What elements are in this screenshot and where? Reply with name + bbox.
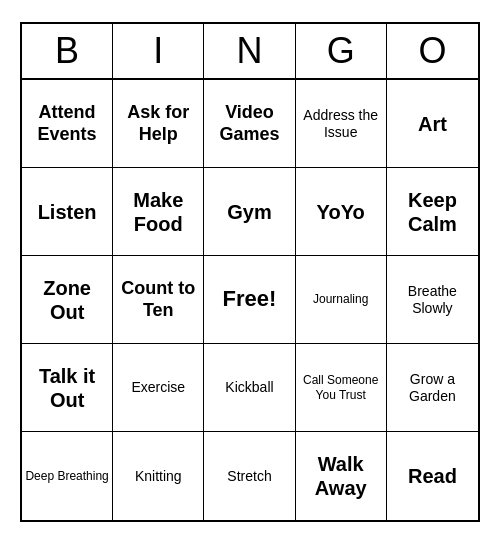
bingo-cell-2: Video Games [204,80,295,168]
bingo-cell-6: Make Food [113,168,204,256]
bingo-cell-1: Ask for Help [113,80,204,168]
bingo-cell-11: Count to Ten [113,256,204,344]
bingo-cell-4: Art [387,80,478,168]
bingo-header: BINGO [22,24,478,80]
bingo-cell-12: Free! [204,256,295,344]
bingo-cell-3: Address the Issue [296,80,387,168]
bingo-cell-0: Attend Events [22,80,113,168]
bingo-cell-19: Grow a Garden [387,344,478,432]
bingo-cell-17: Kickball [204,344,295,432]
bingo-cell-21: Knitting [113,432,204,520]
bingo-card: BINGO Attend EventsAsk for HelpVideo Gam… [20,22,480,522]
bingo-cell-15: Talk it Out [22,344,113,432]
bingo-grid: Attend EventsAsk for HelpVideo GamesAddr… [22,80,478,520]
bingo-cell-23: Walk Away [296,432,387,520]
bingo-cell-16: Exercise [113,344,204,432]
bingo-letter-b: B [22,24,113,78]
bingo-cell-20: Deep Breathing [22,432,113,520]
bingo-cell-14: Breathe Slowly [387,256,478,344]
bingo-cell-24: Read [387,432,478,520]
bingo-cell-13: Journaling [296,256,387,344]
bingo-letter-i: I [113,24,204,78]
bingo-cell-8: YoYo [296,168,387,256]
bingo-cell-7: Gym [204,168,295,256]
bingo-cell-9: Keep Calm [387,168,478,256]
bingo-cell-18: Call Someone You Trust [296,344,387,432]
bingo-letter-o: O [387,24,478,78]
bingo-letter-g: G [296,24,387,78]
bingo-letter-n: N [204,24,295,78]
bingo-cell-5: Listen [22,168,113,256]
bingo-cell-10: Zone Out [22,256,113,344]
bingo-cell-22: Stretch [204,432,295,520]
